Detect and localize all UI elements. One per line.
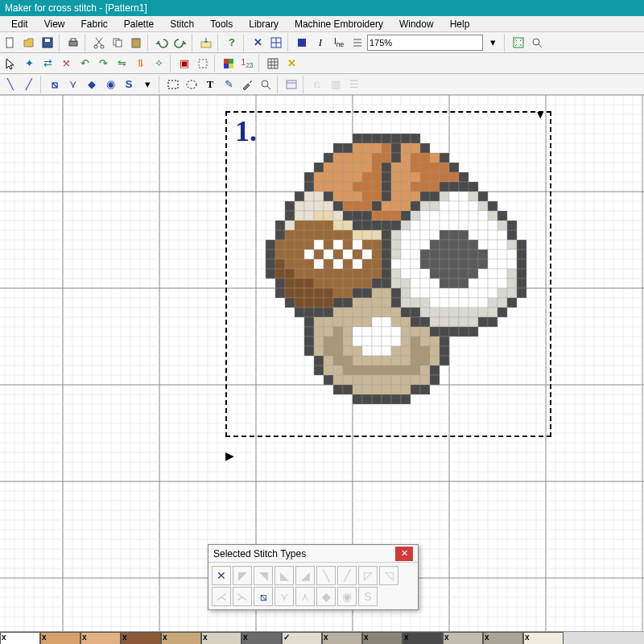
eyedrop-button[interactable] [238,76,256,93]
palette-swatch-10[interactable]: x [402,632,443,644]
stitch-half-button[interactable]: ╱ [20,76,38,93]
menu-view[interactable]: View [36,17,73,31]
menu-library[interactable]: Library [241,17,287,31]
stitch-type-full[interactable]: ✕ [212,566,231,585]
magnify-button[interactable] [257,76,275,93]
palette-swatch-11[interactable]: x [443,632,483,644]
fit-screen-button[interactable] [510,34,527,52]
palette-swatch-6[interactable]: x [242,632,282,644]
italic-button[interactable]: I [312,34,329,52]
svg-rect-471 [372,279,382,288]
stitch-type-vdown[interactable]: ⋏ [295,587,315,606]
bezier-tool-button[interactable]: ✎ [220,76,237,93]
menu-machine-embroidery[interactable]: Machine Embroidery [287,17,391,31]
sel-tool-b[interactable]: ⇄ [39,55,56,72]
mirror-button[interactable]: ✧ [150,55,167,72]
stitch-type-half1[interactable]: ◸ [358,566,378,585]
stitch-more-button[interactable]: ▾ [138,76,156,93]
rotate-right-button[interactable]: ↷ [94,55,112,72]
palette-swatch-2[interactable]: x [80,632,121,644]
palette-swatch-3[interactable]: x [121,632,161,644]
flip-v-button[interactable]: ⥮ [131,55,149,72]
center-button[interactable]: ▣ [175,55,193,72]
menu-window[interactable]: Window [391,17,442,31]
stitch-type-q2[interactable]: ⋋ [233,587,252,606]
stitch-type-french[interactable]: ◉ [337,587,357,606]
list-button[interactable] [349,34,366,52]
stitch-type-br[interactable]: ◢ [295,566,315,585]
palette-swatch-0[interactable]: x [0,632,40,644]
svg-rect-445 [372,269,382,279]
menu-stitch[interactable]: Stitch [162,17,202,31]
palette-swatch-1[interactable]: x [40,632,80,644]
sel-tool-a[interactable]: ✦ [20,55,38,72]
grid-stitch-button[interactable] [267,34,285,52]
new-file-button[interactable] [2,34,19,52]
palette-swatch-13[interactable]: x [523,632,564,644]
ellipse-select-button[interactable] [183,76,200,93]
palette-swatch-5[interactable]: x [201,632,242,644]
rotate-left-button[interactable]: ↶ [76,55,93,72]
save-button[interactable] [39,34,56,52]
stitch-type-v[interactable]: ⋎ [275,587,294,606]
palette-swatch-4[interactable]: x [161,632,201,644]
grid-toggle-button[interactable] [264,55,282,72]
line-button[interactable]: Ine [330,34,348,52]
paste-button[interactable] [127,34,145,52]
stitch-type-diag2[interactable]: ╱ [337,566,357,585]
palette-swatch-8[interactable]: x [322,632,362,644]
copy-button[interactable] [109,34,126,52]
stitch-type-bead[interactable]: ◆ [316,587,336,606]
print-button[interactable] [64,34,82,52]
menu-fabric[interactable]: Fabric [72,17,115,31]
menu-palette[interactable]: Palette [116,17,162,31]
menu-help[interactable]: Help [442,17,478,31]
palette-swatch-7[interactable]: ✓ [282,632,322,644]
panel-titlebar[interactable]: Selected Stitch Types ✕ [208,545,418,563]
stitch-v-button[interactable]: ⋎ [64,76,82,93]
palette-swatch-12[interactable]: x [483,632,523,644]
numbers-button[interactable]: 123 [238,55,256,72]
import-button[interactable] [197,34,215,52]
stitch-type-tl[interactable]: ◤ [233,566,252,585]
rect-select-button[interactable] [164,76,182,93]
sel-tool-c[interactable]: ⤧ [57,55,75,72]
zoom-dropdown-button[interactable]: ▾ [484,34,502,52]
canvas[interactable]: 1. ▶ ▼ Selected Stitch Types ✕ ✕ ◤ ◥ ◣ ◢… [0,95,644,631]
stitch-full-button[interactable]: ╲ [2,76,19,93]
menu-tools[interactable]: Tools [202,17,241,31]
zoom-select[interactable] [367,35,483,51]
stitch-circle-button[interactable]: ◉ [101,76,119,93]
grid-x-button[interactable]: ✕ [283,55,300,72]
properties-button[interactable] [283,76,300,93]
text-tool-button[interactable]: T [201,76,219,93]
stitch-dot-button[interactable]: ◆ [83,76,101,93]
crop-button[interactable] [194,55,212,72]
stitch-type-diag1[interactable]: ╲ [316,566,336,585]
stitch-type-special[interactable]: S [358,587,378,606]
help-button[interactable]: ? [223,34,241,52]
select-arrow-button[interactable] [2,55,19,72]
stitch-type-q1[interactable]: ⋌ [212,587,231,606]
stitch-type-tr[interactable]: ◥ [254,566,273,585]
undo-button[interactable] [153,34,171,52]
center-marker-icon: ▶ [225,449,234,462]
cut-button[interactable] [90,34,108,52]
close-icon[interactable]: ✕ [395,547,413,561]
stitch-type-half2[interactable]: ◹ [379,566,398,585]
stitch-quarter-button[interactable]: ⧅ [46,76,64,93]
flip-h-button[interactable]: ⇋ [113,55,130,72]
svg-rect-460 [517,269,526,279]
fill-color-button[interactable] [293,34,311,52]
color-swatch-button[interactable] [220,55,237,72]
full-stitch-button[interactable]: ✕ [249,34,266,52]
open-file-button[interactable] [20,34,38,52]
stitch-type-bl[interactable]: ◣ [275,566,294,585]
zoom-tool-button[interactable] [528,34,546,52]
redo-button[interactable] [171,34,189,52]
palette-swatch-9[interactable]: x [362,632,402,644]
stitch-s-button[interactable]: S [120,76,138,93]
menu-edit[interactable]: Edit [3,17,36,31]
stitch-types-panel[interactable]: Selected Stitch Types ✕ ✕ ◤ ◥ ◣ ◢ ╲ ╱ ◸ … [208,544,419,610]
stitch-type-back[interactable]: ⧅ [254,587,273,606]
